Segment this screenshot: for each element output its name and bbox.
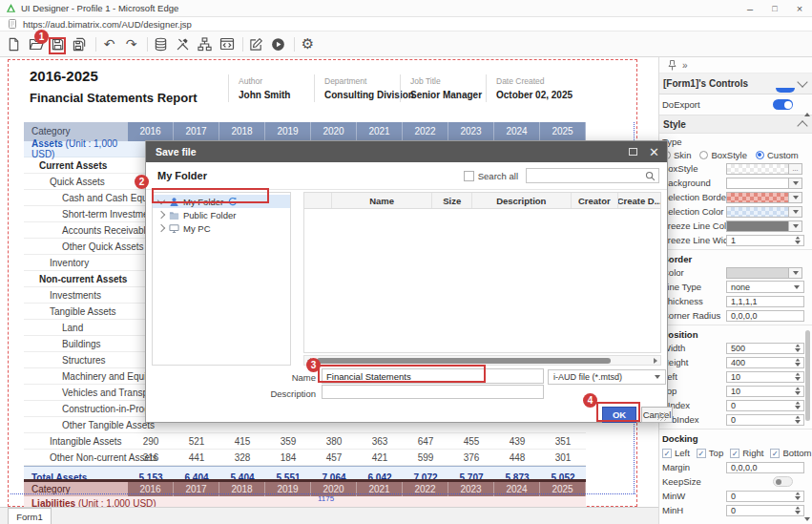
corner-radius-input[interactable]: 0,0,0,0	[726, 310, 804, 322]
minw-row: MinW 0	[659, 489, 812, 503]
tree-item-my-pc[interactable]: My PC	[153, 221, 290, 235]
tabindex-input[interactable]: 0	[726, 414, 804, 426]
search-input[interactable]	[527, 170, 645, 181]
column-header-name[interactable]: Name	[331, 193, 431, 208]
style-section-label: Style	[663, 119, 686, 130]
width-label: Width	[662, 343, 726, 353]
freeze-line-width-label: Freeze Line Width	[662, 235, 726, 245]
top-input[interactable]: 10	[726, 386, 804, 397]
search-icon[interactable]	[645, 171, 656, 181]
value-cell: 376	[448, 452, 494, 463]
column-header-description[interactable]: Description	[471, 193, 570, 208]
file-type-value: i-AUD file (*.mtsd)	[553, 372, 622, 382]
tab-form1[interactable]: Form1	[8, 508, 52, 524]
more-icon[interactable]: ...	[789, 163, 802, 175]
border-section-label: Border	[659, 252, 812, 265]
freeze-line-color-swatch[interactable]	[726, 220, 789, 232]
thickness-input[interactable]: 1,1,1,1	[726, 296, 804, 307]
value-cell: 448	[494, 452, 540, 463]
report-meta-item: Date CreatedOctober 02, 2025	[486, 74, 572, 102]
annotation-rect-name	[318, 365, 486, 383]
dock-checkbox-right[interactable]: ✓Right	[730, 448, 763, 458]
boxstyle-row: BoxStyle ...	[659, 161, 812, 176]
chevron-down-icon[interactable]	[789, 206, 802, 218]
chevron-down-icon[interactable]	[789, 178, 802, 189]
border-color-swatch[interactable]	[726, 267, 789, 279]
sitemap-icon[interactable]	[197, 36, 213, 52]
border-color-label: Color	[662, 267, 726, 278]
minimize-icon[interactable]: –	[738, 0, 762, 16]
left-input[interactable]: 10	[726, 371, 804, 383]
selection-color-swatch[interactable]	[726, 206, 789, 218]
edit-icon[interactable]	[248, 36, 264, 52]
description-input[interactable]	[323, 386, 543, 398]
chevron-down-icon[interactable]	[789, 192, 802, 203]
value-cell: 457	[311, 452, 357, 463]
docking-section-label: Docking	[659, 431, 812, 446]
radio-boxstyle[interactable]	[699, 151, 708, 159]
column-header-create-d-[interactable]: Create D...	[617, 193, 660, 208]
thickness-label: Thickness	[662, 296, 726, 306]
file-type-select[interactable]: i-AUD file (*.mtsd)	[548, 369, 666, 385]
collapse-panel-icon[interactable]: »	[682, 60, 688, 71]
settings-icon[interactable]: ⚙	[300, 36, 316, 52]
new-file-icon[interactable]	[6, 36, 22, 52]
dialog-titlebar[interactable]: Save file ✕	[146, 141, 667, 162]
minh-label: MinH	[662, 505, 726, 515]
chevron-right-icon[interactable]	[157, 212, 165, 218]
chevron-down-icon[interactable]	[789, 220, 802, 232]
doexport-toggle[interactable]	[773, 99, 793, 110]
dock-checkbox-top[interactable]: ✓Top	[697, 448, 723, 458]
column-header-creator[interactable]: Creator	[571, 193, 618, 208]
left-label: Left	[662, 371, 726, 382]
undo-icon[interactable]: ↶	[101, 36, 117, 52]
tools-icon[interactable]	[175, 36, 191, 52]
chevron-down-icon[interactable]	[789, 267, 802, 279]
dialog-maximize-icon[interactable]	[629, 148, 637, 156]
file-list[interactable]: NameSizeDescriptionCreatorCreate D...	[303, 192, 661, 353]
run-icon[interactable]	[270, 36, 286, 52]
address-bar[interactable]: https://aud.bimatrix.com/AUD/designer.js…	[0, 17, 812, 31]
folder-tree: My FolderPublic FolderMy PC	[152, 192, 291, 366]
freeze-line-width-input[interactable]: 1	[726, 235, 804, 246]
line-type-select[interactable]: none	[726, 281, 804, 293]
keepsize-toggle[interactable]	[773, 476, 793, 487]
chevron-right-icon[interactable]	[157, 225, 165, 231]
background-swatch[interactable]	[726, 178, 789, 189]
maximize-icon[interactable]: □	[762, 0, 787, 16]
dialog-resize-grip[interactable]	[657, 412, 666, 421]
save-as-icon[interactable]	[72, 36, 88, 52]
redo-icon[interactable]: ↷	[123, 36, 139, 52]
annotation-rect-save	[49, 37, 66, 54]
code-view-icon[interactable]	[219, 36, 235, 52]
top-label: Top	[662, 386, 726, 396]
style-section-header[interactable]: Style	[659, 115, 812, 134]
selection-border-swatch[interactable]	[726, 192, 789, 203]
value-cell: 363	[357, 436, 403, 447]
dock-checkbox-left[interactable]: ✓Left	[662, 448, 690, 458]
close-icon[interactable]: ×	[787, 0, 812, 16]
liabilities-table[interactable]: Category 2016201720182019202020212022202…	[24, 479, 586, 510]
radio-custom[interactable]	[756, 151, 764, 159]
report-meta-item: Job TitleSenior Manager	[400, 74, 486, 102]
width-input[interactable]: 500	[726, 343, 804, 354]
column-header-size[interactable]: Size	[431, 193, 471, 208]
height-input[interactable]: 400	[726, 357, 804, 368]
minh-input[interactable]: 0	[726, 505, 804, 516]
minw-input[interactable]: 0	[726, 491, 804, 502]
database-icon[interactable]	[153, 36, 169, 52]
tree-item-public-folder[interactable]: Public Folder	[153, 208, 290, 221]
zindex-input[interactable]: 0	[726, 400, 804, 411]
dialog-close-icon[interactable]: ✕	[649, 146, 659, 158]
left-row: Left 10	[659, 369, 812, 384]
tabindex-row: TabIndex 0	[659, 412, 812, 427]
panel-scrollbar[interactable]	[804, 111, 811, 523]
margin-input[interactable]: 0,0,0,0	[726, 462, 804, 473]
docking-checkboxes: ✓Left✓Top✓Right✓Bottom	[659, 446, 812, 460]
search-all-checkbox[interactable]	[464, 171, 474, 181]
column-header-select[interactable]	[304, 193, 331, 208]
pin-icon[interactable]	[668, 60, 677, 71]
minw-label: MinW	[662, 491, 726, 501]
boxstyle-swatch[interactable]	[726, 163, 789, 175]
scrollbar-thumb[interactable]	[317, 358, 611, 364]
